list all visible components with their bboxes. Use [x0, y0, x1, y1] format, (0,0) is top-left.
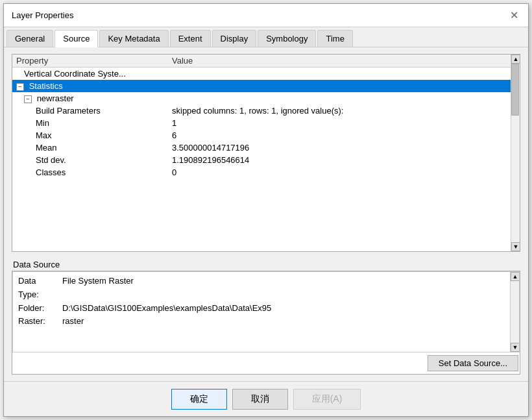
- data-source-section: Data Source Data Type: File System Raste…: [12, 257, 520, 375]
- ds-key-type: Data Type:: [18, 275, 57, 302]
- property-cell: Classes: [12, 166, 168, 179]
- value-cell: 6: [168, 129, 511, 142]
- ds-scrollbar[interactable]: ▲ ▼: [510, 272, 519, 352]
- property-cell[interactable]: − Statistics: [12, 80, 168, 92]
- table-row[interactable]: − newraster: [12, 92, 511, 105]
- tab-general[interactable]: General: [6, 30, 53, 47]
- tab-symbology[interactable]: Symbology: [258, 30, 316, 47]
- property-cell: Build Parameters: [12, 105, 168, 117]
- property-table-scrollbar[interactable]: ▲ ▼: [511, 55, 520, 251]
- table-row: Build Parameters skipped columns: 1, row…: [12, 105, 511, 117]
- value-cell: [168, 92, 511, 105]
- property-label: Vertical Coordinate Syste...: [24, 69, 126, 79]
- property-cell[interactable]: − newraster: [12, 92, 168, 105]
- ds-value-folder: D:\GISData\GIS100Examples\examplesData\D…: [62, 302, 271, 315]
- table-row[interactable]: − Statistics: [12, 80, 511, 92]
- scrollbar-up-button[interactable]: ▲: [511, 55, 520, 64]
- bottom-bar: 确定 取消 应用(A): [4, 381, 528, 416]
- value-cell: 1: [168, 117, 511, 129]
- collapse-icon[interactable]: −: [16, 83, 24, 91]
- ds-key-raster: Raster:: [18, 315, 57, 328]
- tab-time[interactable]: Time: [317, 30, 352, 47]
- collapse-icon[interactable]: −: [24, 95, 32, 103]
- table-row: Min 1: [12, 117, 511, 129]
- tab-key-metadata[interactable]: Key Metadata: [99, 30, 168, 47]
- property-cell: Min: [12, 117, 168, 129]
- ds-key-folder: Folder:: [18, 302, 57, 315]
- value-cell: [168, 80, 511, 92]
- cancel-button[interactable]: 取消: [232, 389, 288, 410]
- tab-bar: General Source Key Metadata Extent Displ…: [4, 27, 528, 47]
- data-source-row-raster: Raster: raster: [18, 315, 506, 328]
- content-area: Property Value Vertical Coordinate Syste…: [4, 47, 528, 381]
- ok-button[interactable]: 确定: [171, 389, 227, 410]
- property-table: Property Value Vertical Coordinate Syste…: [12, 55, 511, 179]
- table-row: Classes 0: [12, 166, 511, 179]
- property-cell: Max: [12, 129, 168, 142]
- property-table-scroll[interactable]: Property Value Vertical Coordinate Syste…: [12, 55, 520, 251]
- value-cell: [168, 68, 511, 80]
- value-cell: 3.500000014717196: [168, 142, 511, 154]
- ds-value-type: File System Raster: [62, 275, 134, 302]
- data-source-content: Data Type: File System Raster Folder: D:…: [12, 271, 520, 352]
- apply-button[interactable]: 应用(A): [293, 389, 361, 410]
- property-label: Statistics: [29, 81, 63, 91]
- tab-display[interactable]: Display: [212, 30, 257, 47]
- table-row: Mean 3.500000014717196: [12, 142, 511, 154]
- close-button[interactable]: ✕: [507, 9, 520, 22]
- value-cell: skipped columns: 1, rows: 1, ignored val…: [168, 105, 511, 117]
- tab-source[interactable]: Source: [54, 30, 98, 47]
- value-cell: 0: [168, 166, 511, 179]
- table-row: Std dev. 1.190892196546614: [12, 154, 511, 166]
- ds-value-raster: raster: [62, 315, 84, 328]
- data-source-panel: Data Type: File System Raster Folder: D:…: [12, 271, 520, 375]
- col-value: Value: [168, 55, 511, 68]
- scrollbar-down-button[interactable]: ▼: [511, 242, 520, 251]
- table-row: Max 6: [12, 129, 511, 142]
- tab-extent[interactable]: Extent: [170, 30, 211, 47]
- property-cell: Vertical Coordinate Syste...: [12, 68, 168, 80]
- table-row: Vertical Coordinate Syste...: [12, 68, 511, 80]
- value-cell: 1.190892196546614: [168, 154, 511, 166]
- title-bar: Layer Properties ✕: [4, 4, 528, 27]
- ds-scrollbar-down[interactable]: ▼: [511, 343, 520, 352]
- property-label: newraster: [37, 93, 74, 103]
- data-source-row-type: Data Type: File System Raster: [18, 275, 506, 302]
- property-cell: Mean: [12, 142, 168, 154]
- property-cell: Std dev.: [12, 154, 168, 166]
- property-panel: Property Value Vertical Coordinate Syste…: [12, 54, 520, 252]
- ds-scrollbar-up[interactable]: ▲: [511, 272, 520, 281]
- table-header-row: Property Value: [12, 55, 511, 68]
- col-property: Property: [12, 55, 168, 68]
- layer-properties-dialog: Layer Properties ✕ General Source Key Me…: [3, 3, 529, 417]
- scrollbar-thumb[interactable]: [511, 64, 519, 116]
- set-data-source-row: Set Data Source...: [12, 352, 520, 374]
- data-source-label: Data Source: [12, 257, 520, 271]
- set-data-source-button[interactable]: Set Data Source...: [428, 355, 518, 371]
- data-source-row-folder: Folder: D:\GISData\GIS100Examples\exampl…: [18, 302, 506, 315]
- dialog-title: Layer Properties: [12, 10, 73, 20]
